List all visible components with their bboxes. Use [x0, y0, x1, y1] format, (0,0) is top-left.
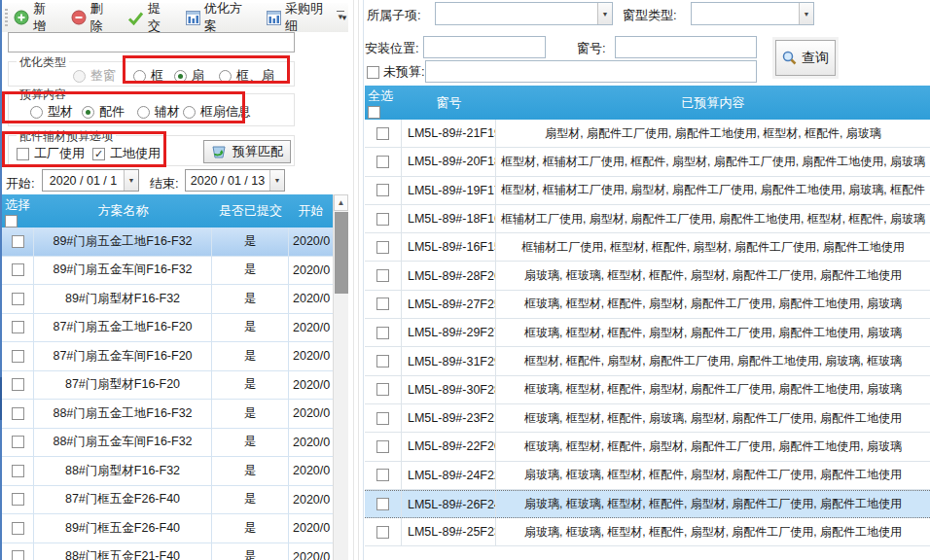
- checkbox-icon[interactable]: [17, 148, 29, 160]
- window-table-row[interactable]: LM5L-89#-31F29框型材, 框配件, 扇型材, 扇配件工厂使用, 扇配…: [365, 347, 930, 375]
- scroll-up-icon[interactable]: ▲: [334, 194, 348, 211]
- radio-frame-sash[interactable]: 框、扇: [219, 67, 274, 85]
- window-table-row[interactable]: LM5L-89#-25F23扇玻璃, 框玻璃, 框型材, 框配件, 扇型材, 扇…: [365, 518, 930, 546]
- row-checkbox[interactable]: [376, 440, 389, 453]
- radio-icon[interactable]: [133, 70, 146, 83]
- delete-button[interactable]: 删除: [71, 0, 116, 35]
- row-checkbox[interactable]: [12, 321, 24, 333]
- unbudgeted-checkbox-row[interactable]: 未预算:: [367, 63, 425, 81]
- row-checkbox[interactable]: [376, 298, 389, 310]
- radio-icon[interactable]: [30, 106, 43, 119]
- row-checkbox[interactable]: [376, 469, 389, 481]
- radio-profile[interactable]: 型材: [30, 103, 73, 121]
- row-checkbox[interactable]: [376, 269, 389, 282]
- budget-match-button[interactable]: 预算匹配: [203, 140, 291, 163]
- checkbox-factory-use[interactable]: 工厂使用: [17, 145, 85, 162]
- row-checkbox[interactable]: [12, 465, 24, 477]
- window-header-no[interactable]: 窗号: [402, 86, 496, 120]
- chevron-down-icon[interactable]: ▼: [124, 170, 138, 191]
- row-checkbox[interactable]: [12, 350, 24, 363]
- checkbox-site-use[interactable]: 工地使用: [92, 145, 161, 162]
- window-table-row[interactable]: LM5L-89#-22F20框玻璃, 框型材, 框配件, 扇型材, 扇配件工厂使…: [365, 433, 930, 461]
- install-position-input[interactable]: [423, 36, 546, 58]
- row-checkbox[interactable]: [12, 263, 24, 276]
- row-checkbox[interactable]: [12, 493, 24, 506]
- radio-frame-sash-info[interactable]: 框扇信息: [183, 103, 251, 121]
- window-header-budgeted[interactable]: 已预算内容: [496, 86, 930, 120]
- plan-table-row[interactable]: 87#门扇五金工地F16-F20是2020/0: [2, 314, 333, 343]
- row-checkbox[interactable]: [376, 184, 389, 196]
- window-table-row[interactable]: LM5L-89#-29F27框玻璃, 框型材, 框配件, 扇型材, 扇配件工厂使…: [365, 319, 930, 347]
- row-checkbox[interactable]: [376, 213, 389, 226]
- checkbox-icon-checked[interactable]: [92, 148, 105, 160]
- row-checkbox[interactable]: [12, 522, 24, 535]
- radio-icon-selected[interactable]: [82, 106, 94, 119]
- query-button[interactable]: 查询: [775, 40, 836, 76]
- row-checkbox[interactable]: [12, 235, 24, 248]
- window-table-row[interactable]: LM5L-89#-28F26扇玻璃, 框玻璃, 框型材, 框配件, 扇型材, 扇…: [365, 262, 930, 290]
- add-button[interactable]: 新增: [14, 0, 58, 35]
- plan-table-row[interactable]: 88#门扇五金工地F16-F32是2020/0: [2, 400, 333, 429]
- select-all-checkbox[interactable]: [5, 215, 18, 228]
- plan-search-input[interactable]: [8, 32, 295, 52]
- row-checkbox[interactable]: [12, 293, 24, 305]
- row-checkbox[interactable]: [376, 241, 389, 254]
- plan-table-row[interactable]: 88#门扇型材F16-F32是2020/0: [2, 457, 333, 486]
- plan-table-row[interactable]: 88#门扇五金车间F16-F32是2020/0: [2, 429, 333, 458]
- row-checkbox[interactable]: [12, 407, 24, 420]
- plan-table-row[interactable]: 89#门框五金F26-F40是2020/0: [2, 514, 333, 543]
- plan-table-row[interactable]: 89#门扇型材F16-F32是2020/0: [2, 285, 333, 314]
- window-table-row[interactable]: LM5L-89#-24F22扇玻璃, 框玻璃, 框型材, 框配件, 扇型材, 扇…: [365, 462, 930, 490]
- plan-table-scrollbar[interactable]: ▲: [333, 194, 348, 560]
- row-checkbox[interactable]: [376, 498, 389, 510]
- window-table-row[interactable]: LM5L-89#-21F19扇型材, 扇配件工厂使用, 扇配件工地使用, 框型材…: [365, 120, 930, 148]
- sub-item-select[interactable]: ▼: [435, 2, 613, 25]
- window-table-row[interactable]: LM5L-89#-23F21框玻璃, 框型材, 框配件, 扇玻璃, 扇型材, 扇…: [365, 404, 930, 433]
- chevron-down-icon[interactable]: ▼: [269, 170, 284, 191]
- plan-table-row[interactable]: 89#门扇五金工地F16-F32是2020/0: [2, 228, 333, 257]
- end-date-picker[interactable]: 2020 / 01 / 13 ▼: [185, 169, 285, 192]
- row-checkbox[interactable]: [12, 436, 24, 448]
- radio-frame[interactable]: 框: [133, 67, 163, 85]
- radio-icon[interactable]: [137, 106, 150, 119]
- scrollbar-thumb[interactable]: [335, 212, 348, 294]
- radio-icon[interactable]: [219, 70, 232, 83]
- window-table-row[interactable]: LM5L-89#-18F16框辅材工厂使用, 扇型材, 扇配件工厂使用, 扇配件…: [365, 205, 930, 233]
- row-checkbox[interactable]: [376, 156, 389, 168]
- radio-icon-selected[interactable]: [174, 70, 187, 83]
- plan-table-row[interactable]: 89#门扇五金车间F16-F32是2020/0: [2, 257, 333, 286]
- window-table-row[interactable]: LM5L-89#-20F18框型材, 框辅材工厂使用, 框配件, 扇型材, 扇配…: [365, 148, 930, 176]
- row-checkbox[interactable]: [376, 327, 389, 339]
- row-checkbox[interactable]: [376, 412, 389, 425]
- radio-icon[interactable]: [183, 106, 196, 119]
- row-checkbox[interactable]: [376, 127, 389, 140]
- radio-auxiliary[interactable]: 辅材: [137, 103, 180, 121]
- window-table-row[interactable]: LM5L-89#-16F15框辅材工厂使用, 框型材, 框配件, 扇型材, 扇配…: [365, 233, 930, 262]
- submit-button[interactable]: 提交: [127, 0, 173, 35]
- row-checkbox[interactable]: [376, 526, 389, 539]
- plan-table-row[interactable]: 87#门框五金F26-F40是2020/0: [2, 486, 333, 515]
- window-no-input[interactable]: [615, 36, 757, 58]
- optimize-plan-button[interactable]: 优化方案: [186, 0, 254, 35]
- plan-table-row[interactable]: 87#门扇型材F16-F20是2020/0: [2, 371, 333, 401]
- unbudgeted-checkbox[interactable]: [367, 66, 379, 79]
- window-type-select[interactable]: ▼: [691, 2, 814, 25]
- row-checkbox[interactable]: [376, 355, 389, 368]
- radio-accessory[interactable]: 配件: [82, 103, 125, 121]
- row-checkbox[interactable]: [376, 383, 389, 396]
- plan-table-row[interactable]: 87#门扇五金车间F16-F20是2020/0: [2, 342, 333, 371]
- plan-header-name[interactable]: 方案名称: [34, 194, 212, 228]
- start-date-picker[interactable]: 2020 / 01 / 1 ▼: [42, 169, 139, 192]
- radio-sash[interactable]: 扇: [174, 67, 204, 85]
- row-checkbox[interactable]: [12, 550, 24, 560]
- row-checkbox[interactable]: [12, 378, 24, 391]
- select-all-checkbox[interactable]: [368, 106, 380, 119]
- window-table-row[interactable]: LM5L-89#-19F17框型材, 框辅材工厂使用, 扇型材, 扇配件工厂使用…: [365, 177, 930, 205]
- window-table-row[interactable]: LM5L-89#-30F28框玻璃, 框型材, 框配件, 扇型材, 扇配件工厂使…: [365, 376, 930, 404]
- plan-header-start[interactable]: 开始: [289, 194, 333, 228]
- window-table-row[interactable]: LM5L-89#-26F24扇玻璃, 框玻璃, 框型材, 框配件, 扇型材, 扇…: [365, 490, 930, 518]
- chevron-down-icon[interactable]: ▼: [799, 3, 813, 24]
- unbudgeted-input[interactable]: [425, 60, 757, 83]
- chevron-down-icon[interactable]: ▼: [597, 3, 612, 24]
- toolbar-overflow-icon[interactable]: ▼: [337, 11, 344, 21]
